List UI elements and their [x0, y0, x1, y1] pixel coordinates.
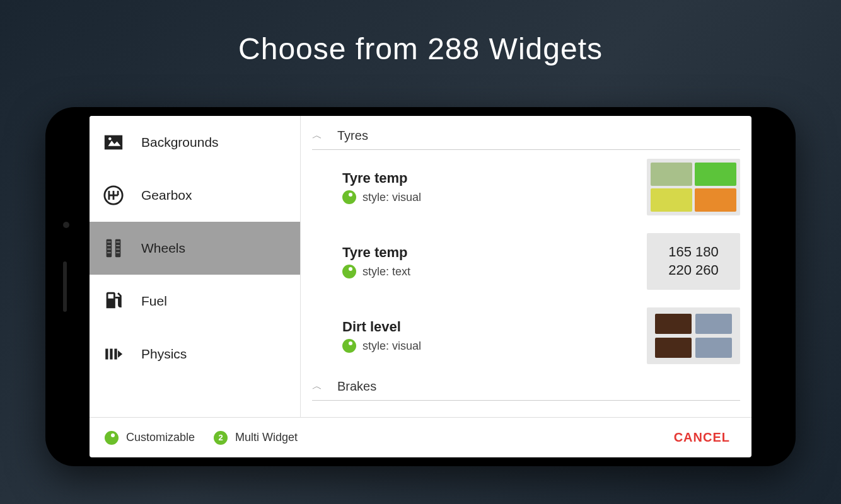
phone-frame: Backgrounds Gearbox Wheels: [45, 107, 796, 466]
dirt-quadrant: [655, 314, 692, 334]
preview-text-line: 165 180: [668, 243, 719, 261]
tyre-quadrant: [695, 163, 736, 186]
widget-style-label: style: visual: [362, 191, 421, 204]
widget-preview: [647, 159, 740, 215]
section-header-brakes[interactable]: ︿ Brakes: [312, 373, 740, 401]
palette-icon: [342, 190, 356, 204]
page-headline: Choose from 288 Widgets: [0, 0, 841, 66]
sidebar-item-label: Backgrounds: [141, 135, 219, 150]
palette-icon: [342, 265, 356, 278]
tyre-quadrant: [651, 163, 692, 186]
svg-rect-20: [110, 349, 112, 360]
widget-preview: 165 180 220 260: [647, 233, 740, 290]
sidebar-item-label: Physics: [141, 346, 187, 362]
sidebar-item-label: Fuel: [141, 294, 167, 309]
dirt-quadrant: [695, 314, 732, 334]
dialog-footer: Customizable 2 Multi Widget CANCEL: [90, 417, 751, 457]
category-sidebar[interactable]: Backgrounds Gearbox Wheels: [90, 116, 301, 417]
sidebar-item-wheels[interactable]: Wheels: [90, 222, 300, 275]
chevron-up-icon: ︿: [312, 380, 325, 393]
image-icon: [101, 130, 126, 155]
palette-icon: [105, 431, 119, 445]
svg-rect-21: [114, 349, 117, 360]
section-title: Brakes: [337, 379, 376, 394]
sidebar-item-label: Gearbox: [141, 188, 192, 203]
widget-name: Tyre temp: [342, 170, 634, 186]
multi-widget-badge: 2: [214, 431, 228, 445]
widget-name: Tyre temp: [342, 244, 634, 261]
customizable-legend: Customizable: [126, 431, 195, 444]
sidebar-item-gearbox[interactable]: Gearbox: [90, 169, 300, 222]
svg-rect-0: [105, 135, 122, 150]
sidebar-item-fuel[interactable]: Fuel: [90, 275, 300, 328]
physics-icon: [101, 341, 126, 367]
widget-list[interactable]: ︿ Tyres Tyre temp style: visual: [301, 116, 751, 417]
sidebar-item-label: Wheels: [141, 241, 185, 256]
phone-speaker: [63, 261, 67, 312]
palette-icon: [342, 339, 356, 353]
fuel-icon: [101, 289, 126, 314]
phone-camera: [63, 222, 69, 228]
widget-row-tyre-temp-text[interactable]: Tyre temp style: text 165 180 220 260: [312, 224, 740, 299]
tyre-quadrant: [695, 188, 736, 212]
svg-rect-19: [105, 349, 108, 360]
svg-point-2: [108, 137, 112, 140]
widget-preview: [647, 307, 740, 364]
sidebar-item-backgrounds[interactable]: Backgrounds: [90, 116, 300, 169]
multi-widget-legend: Multi Widget: [235, 431, 298, 444]
app-screen: Backgrounds Gearbox Wheels: [90, 116, 751, 457]
dirt-quadrant: [695, 338, 732, 358]
wheels-icon: [101, 236, 126, 261]
widget-name: Dirt level: [342, 319, 634, 335]
cancel-button[interactable]: CANCEL: [668, 427, 736, 449]
widget-row-dirt-level[interactable]: Dirt level style: visual: [312, 299, 740, 373]
dirt-quadrant: [655, 338, 692, 358]
widget-style-label: style: text: [362, 265, 410, 278]
svg-marker-22: [118, 350, 122, 357]
section-title: Tyres: [337, 129, 368, 143]
gearbox-icon: [101, 183, 126, 208]
sidebar-item-physics[interactable]: Physics: [90, 328, 300, 381]
widget-row-tyre-temp-visual[interactable]: Tyre temp style: visual: [312, 150, 740, 224]
widget-style-label: style: visual: [362, 340, 421, 353]
chevron-up-icon: ︿: [312, 129, 325, 142]
section-header-tyres[interactable]: ︿ Tyres: [312, 122, 740, 150]
tyre-quadrant: [651, 188, 692, 212]
svg-rect-18: [108, 294, 114, 299]
preview-text-line: 220 260: [668, 261, 719, 280]
